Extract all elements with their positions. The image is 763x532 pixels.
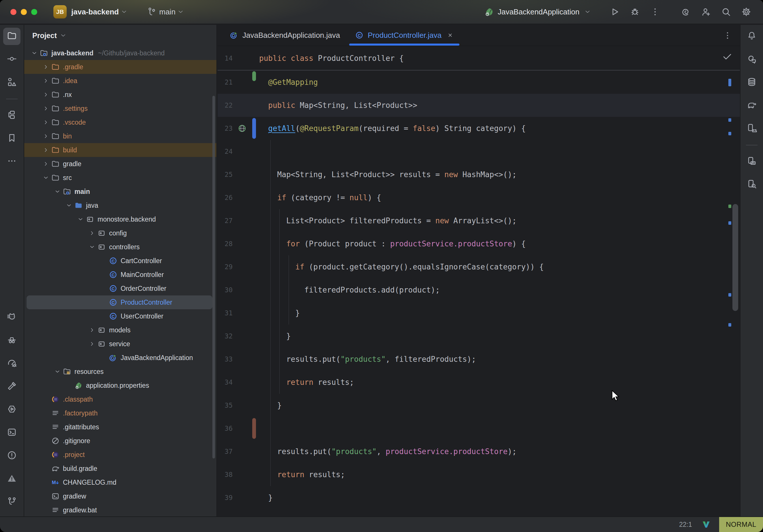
code-line-35[interactable]: 35 }	[218, 394, 740, 417]
chevron-right-icon[interactable]	[42, 160, 50, 168]
code-line-28[interactable]: 28 for (Product product : productService…	[218, 232, 740, 255]
tree-item-models[interactable]: models	[24, 323, 216, 337]
chevron-down-icon[interactable]	[30, 49, 39, 57]
tree-item-cartcontroller[interactable]: CCartController	[24, 254, 216, 268]
structure-button[interactable]	[3, 74, 21, 91]
tree-item-java[interactable]: java	[24, 198, 216, 212]
code-line-27[interactable]: 27 List<Product> filteredProducts = new …	[218, 209, 740, 232]
bookmarks-button[interactable]	[3, 130, 21, 147]
line-number[interactable]: 14	[218, 54, 233, 62]
line-number[interactable]: 24	[218, 148, 233, 155]
tree-item-changelog-md[interactable]: MCHANGELOG.md	[24, 476, 216, 489]
tree-item-build[interactable]: build	[24, 143, 216, 157]
tree-item--gitignore[interactable]: .gitignore	[24, 434, 216, 448]
inspections-ok-icon[interactable]	[722, 52, 732, 62]
code-line-25[interactable]: 25 Map<String, List<Product>> results = …	[218, 163, 740, 186]
minimize-window-button[interactable]	[21, 9, 27, 15]
code-line-36[interactable]: 36	[218, 417, 740, 440]
caret-position[interactable]: 22:1	[679, 521, 692, 529]
line-number[interactable]: 27	[218, 217, 233, 224]
line-number[interactable]: 34	[218, 378, 233, 386]
line-number[interactable]: 36	[218, 425, 233, 432]
line-number[interactable]: 35	[218, 402, 233, 409]
editor-options-kebab-icon[interactable]	[722, 31, 732, 41]
warning-button[interactable]	[3, 470, 21, 487]
tree-item-application-properties[interactable]: application.properties	[24, 378, 216, 392]
line-number[interactable]: 38	[218, 471, 233, 479]
line-number[interactable]: 37	[218, 448, 233, 455]
code-line-23[interactable]: 23 getAll(@RequestParam(required = false…	[218, 117, 740, 140]
endpoint-globe-icon[interactable]	[237, 124, 247, 133]
tree-item-build-gradle[interactable]: build.gradle	[24, 462, 216, 476]
blue-stripe-tick[interactable]	[728, 293, 731, 297]
line-number[interactable]: 25	[218, 171, 233, 178]
tree-item--project[interactable]: .project	[24, 448, 216, 462]
chevron-right-icon[interactable]	[42, 118, 50, 127]
notifications-button[interactable]	[743, 28, 760, 45]
chevron-right-icon[interactable]	[42, 62, 50, 71]
chevron-down-icon[interactable]	[65, 201, 73, 210]
code-line-38[interactable]: 38 return results;	[218, 463, 740, 486]
project-folder-button[interactable]	[3, 28, 21, 45]
tab-productcontroller[interactable]: C ProductController.java	[348, 25, 461, 46]
tree-item-maincontroller[interactable]: CMainController	[24, 268, 216, 281]
blue-stripe-tick[interactable]	[728, 221, 731, 225]
profiler-button[interactable]	[3, 355, 21, 372]
device-manager-button[interactable]	[743, 120, 760, 137]
commit-button[interactable]	[3, 51, 21, 68]
chevron-right-icon[interactable]	[88, 340, 96, 348]
ai-assistant-chat-button[interactable]	[743, 51, 760, 68]
code-line-24[interactable]: 24	[218, 140, 740, 163]
code-line-31[interactable]: 31 }	[218, 301, 740, 325]
code-line-30[interactable]: 30 filteredProducts.add(product);	[218, 278, 740, 301]
tree-item-ordercontroller[interactable]: COrderController	[24, 281, 216, 295]
chevron-right-icon[interactable]	[88, 326, 96, 334]
line-number[interactable]: 22	[218, 102, 233, 109]
line-number[interactable]: 31	[218, 309, 233, 317]
chevron-down-icon[interactable]	[53, 367, 62, 376]
blue-stripe-tick[interactable]	[728, 79, 731, 86]
line-number[interactable]: 33	[218, 356, 233, 363]
plugins-button[interactable]	[3, 107, 21, 124]
chevron-down-icon[interactable]	[42, 173, 50, 182]
tree-item-productcontroller[interactable]: CProductController	[27, 295, 212, 309]
incognito-button[interactable]	[3, 332, 21, 349]
line-number[interactable]: 21	[218, 78, 233, 86]
code-line-14[interactable]: 14public class ProductController {	[218, 47, 740, 70]
line-number[interactable]: 29	[218, 263, 233, 270]
chevron-right-icon[interactable]	[42, 146, 50, 154]
project-panel-header[interactable]: Project	[24, 25, 216, 46]
line-number[interactable]: 28	[218, 240, 233, 248]
chevron-down-icon[interactable]	[88, 243, 96, 251]
problems-button[interactable]	[3, 447, 21, 465]
code-line-39[interactable]: 39 }	[218, 486, 740, 509]
blue-stripe-tick[interactable]	[728, 323, 731, 327]
line-number[interactable]: 39	[218, 494, 233, 501]
tree-item-usercontroller[interactable]: CUserController	[24, 309, 216, 323]
more-kebab-icon[interactable]	[650, 7, 660, 17]
code-line-34[interactable]: 34 return results;	[218, 371, 740, 394]
line-number[interactable]: 32	[218, 332, 233, 340]
running-devices-button[interactable]	[743, 153, 760, 170]
chevron-right-icon[interactable]	[42, 132, 50, 141]
tree-item--gitattributes[interactable]: .gitattributes	[24, 420, 216, 434]
tree-item-javabackendapplication[interactable]: JavaBackendApplication	[24, 351, 216, 365]
run-button[interactable]	[609, 7, 620, 17]
tree-item--idea[interactable]: .idea	[24, 74, 216, 88]
code-line-33[interactable]: 33 results.put("products", filteredProdu…	[218, 348, 740, 371]
tree-item-resources[interactable]: resources	[24, 365, 216, 378]
tree-item-src[interactable]: src	[24, 171, 216, 185]
tree-item--gradle[interactable]: .gradle	[24, 60, 216, 74]
close-window-button[interactable]	[10, 9, 16, 15]
chevron-right-icon[interactable]	[42, 76, 50, 85]
vim-mode-badge[interactable]: NORMAL	[719, 517, 763, 532]
tree-item-java-backend[interactable]: java-backend~/Github/java-backend	[24, 46, 216, 60]
settings-gear-icon[interactable]	[741, 7, 751, 17]
code-line-29[interactable]: 29 if (product.getCategory().equalsIgnor…	[218, 255, 740, 278]
debug-button[interactable]	[630, 7, 640, 17]
ai-cat-button[interactable]	[3, 309, 21, 326]
build-hammer-button[interactable]	[3, 378, 21, 395]
tree-item-controllers[interactable]: controllers	[24, 240, 216, 254]
project-tree-scrollbar[interactable]	[212, 96, 215, 459]
line-number[interactable]: 26	[218, 194, 233, 201]
